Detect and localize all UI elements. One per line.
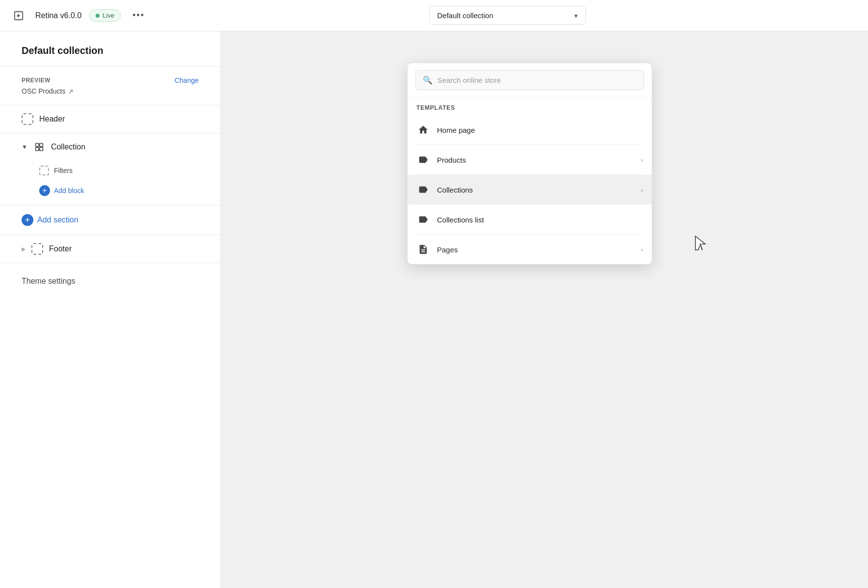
more-button[interactable]: ••• xyxy=(128,8,149,23)
menu-item-collections[interactable]: Collections › xyxy=(408,175,652,204)
menu-item-homepage[interactable]: Home page xyxy=(408,115,652,145)
add-section-icon: + xyxy=(22,214,33,226)
cursor xyxy=(691,232,707,255)
collection-header[interactable]: ▼ Collection xyxy=(0,133,220,161)
footer-icon xyxy=(31,243,43,255)
search-placeholder: Search online store xyxy=(437,76,637,84)
menu-item-collections-list[interactable]: Collections list xyxy=(408,205,652,234)
filters-label: Filters xyxy=(54,167,73,174)
top-bar-center: Default collection ▾ xyxy=(156,6,858,25)
menu-item-homepage-label: Home page xyxy=(437,126,643,134)
menu-item-pages-label: Pages xyxy=(437,245,634,254)
main-layout: Default collection PREVIEW Change OSC Pr… xyxy=(0,0,868,588)
theme-settings[interactable]: Theme settings xyxy=(0,263,220,299)
change-link[interactable]: Change xyxy=(175,76,199,84)
menu-item-products-label: Products xyxy=(437,156,634,164)
svg-rect-2 xyxy=(40,144,43,147)
collections-icon xyxy=(416,183,430,196)
menu-item-pages[interactable]: Pages › xyxy=(408,235,652,264)
header-icon xyxy=(22,113,33,125)
sidebar: Default collection PREVIEW Change OSC Pr… xyxy=(0,31,221,588)
search-icon: 🔍 xyxy=(423,75,433,85)
dropdown-menu: 🔍 Search online store TEMPLATES Home pag… xyxy=(407,63,652,265)
sidebar-header: Default collection xyxy=(0,31,220,67)
collection-section: ▼ Collection Filters + xyxy=(0,133,220,205)
add-section-row[interactable]: + Add section xyxy=(0,205,220,235)
app-title: Retina v6.0.0 xyxy=(35,11,81,20)
expand-arrow-icon: ▼ xyxy=(22,144,27,150)
collections-list-icon xyxy=(416,213,430,226)
theme-settings-label: Theme settings xyxy=(22,277,75,285)
collection-dropdown-trigger[interactable]: Default collection ▾ xyxy=(429,6,586,25)
search-field[interactable]: 🔍 Search online store xyxy=(415,70,644,90)
collection-label: Collection xyxy=(51,143,85,151)
add-block-icon: + xyxy=(39,185,50,196)
dropdown-label: Default collection xyxy=(437,11,493,20)
page-title: Default collection xyxy=(22,45,199,56)
chevron-down-icon: ▾ xyxy=(574,12,578,20)
top-bar: Retina v6.0.0 Live ••• Default collectio… xyxy=(0,0,868,31)
templates-section-label: TEMPLATES xyxy=(408,98,652,115)
add-block-label: Add block xyxy=(54,187,84,195)
live-dot xyxy=(96,14,100,18)
menu-item-collections-list-label: Collections list xyxy=(437,216,643,224)
filters-icon xyxy=(39,166,49,175)
menu-item-collections-label: Collections xyxy=(437,186,634,194)
preview-area: 🔍 Search online store TEMPLATES Home pag… xyxy=(221,31,868,588)
add-block-button[interactable]: + Add block xyxy=(39,180,220,201)
preview-section: PREVIEW Change OSC Products ↗ xyxy=(0,67,220,105)
products-chevron-icon: › xyxy=(641,156,643,164)
back-button[interactable] xyxy=(10,7,27,24)
live-badge: Live xyxy=(89,9,121,22)
header-label: Header xyxy=(39,115,65,123)
footer-expand-icon: ▶ xyxy=(22,246,26,252)
home-icon xyxy=(416,123,430,137)
preview-value: OSC Products ↗ xyxy=(22,87,199,95)
sidebar-item-footer[interactable]: ▶ Footer xyxy=(0,235,220,263)
products-icon xyxy=(416,153,430,167)
collections-chevron-icon: › xyxy=(641,186,643,194)
menu-item-products[interactable]: Products › xyxy=(408,145,652,174)
preview-row: PREVIEW Change xyxy=(22,76,199,84)
add-section-label: Add section xyxy=(37,216,78,224)
dropdown-search-section: 🔍 Search online store xyxy=(408,63,652,98)
svg-rect-4 xyxy=(40,147,43,150)
svg-rect-1 xyxy=(36,144,39,147)
preview-text: OSC Products xyxy=(22,87,65,95)
pages-icon xyxy=(416,243,430,256)
collection-icon xyxy=(33,141,45,153)
sidebar-item-header[interactable]: Header xyxy=(0,105,220,133)
preview-label: PREVIEW xyxy=(22,77,51,84)
collection-sub: Filters + Add block xyxy=(0,161,220,205)
svg-rect-3 xyxy=(36,147,39,150)
pages-chevron-icon: › xyxy=(641,246,643,253)
footer-label: Footer xyxy=(49,245,72,253)
external-link-icon: ↗ xyxy=(68,88,74,95)
filters-item[interactable]: Filters xyxy=(39,161,220,180)
live-label: Live xyxy=(102,12,114,19)
